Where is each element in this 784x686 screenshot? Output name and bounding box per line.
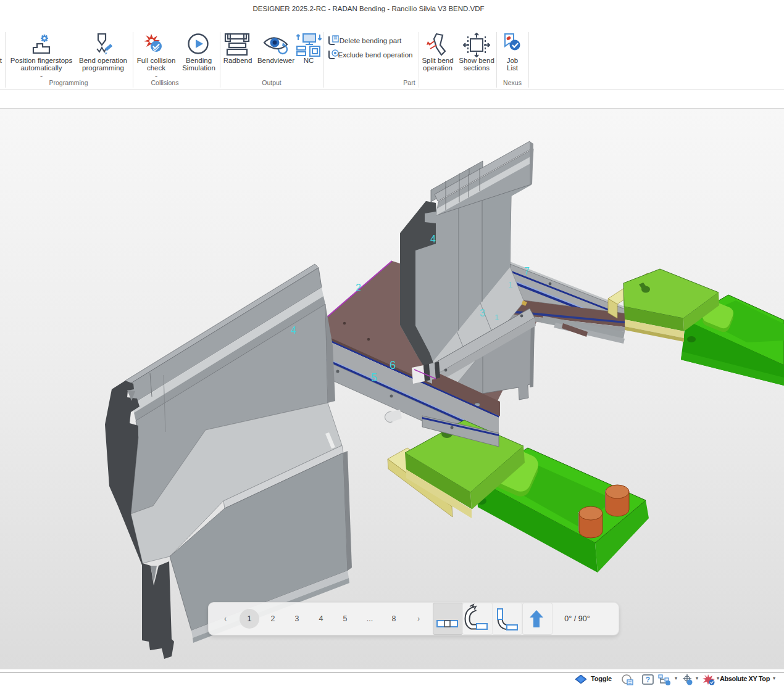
svg-text:1: 1	[494, 313, 499, 322]
svg-text:2: 2	[356, 283, 361, 293]
svg-text:6: 6	[390, 359, 396, 371]
svg-text:?: ?	[646, 676, 650, 684]
svg-text:5: 5	[371, 371, 377, 384]
svg-text:4: 4	[430, 234, 436, 244]
svg-text:3: 3	[480, 308, 485, 318]
svg-text:1: 1	[508, 280, 512, 289]
svg-text:7: 7	[524, 266, 530, 276]
svg-text:4: 4	[291, 325, 296, 336]
